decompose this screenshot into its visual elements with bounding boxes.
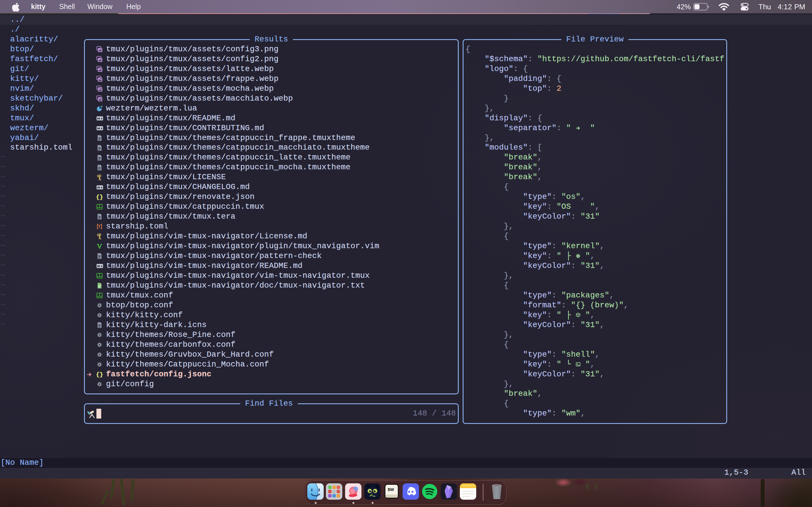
svg-text:{}: {} — [96, 371, 103, 378]
svg-text:{}: {} — [96, 194, 103, 200]
svg-text:$W: $W — [388, 487, 394, 492]
